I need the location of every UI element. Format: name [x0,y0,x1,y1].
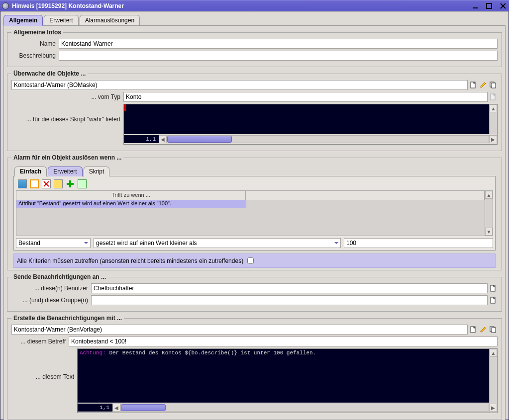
criteria-note-text: Alle Kriterien müssen zutreffen (ansonst… [17,257,243,264]
copy-icon[interactable] [489,81,498,89]
label-vom-typ: ... vom Typ [11,93,123,100]
minimize-button[interactable] [471,2,479,9]
app-icon [2,2,9,9]
svg-marker-16 [481,327,486,332]
label-text: ... diesem Text [11,348,77,380]
close-button[interactable] [499,2,507,9]
svg-rect-18 [492,328,496,333]
criteria-vscrollbar[interactable]: ▲ ▼ [485,191,493,236]
hscroll-right[interactable]: ▶ [489,135,497,143]
text-vscrollbar[interactable]: ▲ [489,349,497,403]
script-hscrollbar[interactable] [167,135,489,143]
svg-rect-1 [487,3,492,8]
template-input[interactable] [11,325,468,335]
svg-rect-12 [67,183,74,185]
sheet-icon[interactable] [78,179,87,188]
section-template: Erstelle die Benachrichtigungen mit ... … [7,315,502,420]
betreff-input[interactable] [69,336,498,346]
tab-alarmausloesungen[interactable]: Alarmauslösungen [80,15,140,26]
label-benutzer: ... diese(n) Benutzer [11,285,91,292]
maximize-button[interactable] [485,2,493,9]
delete-icon[interactable] [42,179,51,188]
main-content: Allgemeine Infos Name Beschreibung Überw… [3,25,506,420]
text-hscroll-right[interactable]: ▶ [489,404,497,412]
table-header-empty[interactable] [246,191,485,200]
criteria-row-1[interactable]: Attribut "Bestand" gesetzt wird auf eine… [16,200,246,208]
text-linecol: 1,1 [78,404,112,412]
title-bar: Hinweis [19915292] Kontostand-Warner [0,0,509,11]
legend-monitor: Überwache die Objekte ... [11,70,88,77]
hscroll-thumb[interactable] [167,136,232,143]
text-hscrollbar[interactable] [120,404,489,412]
text-hscroll-left[interactable]: ◀ [112,404,120,412]
alarm-inner-panel: Trifft zu wenn ... Attribut "Bestand" ge… [13,176,496,251]
section-ueberwache: Überwache die Objekte ... ... vom Typ ..… [7,70,502,151]
criteria-toolbar [16,178,493,190]
calendar-icon[interactable] [30,179,39,188]
criteria-condition-row: Bestand gesetzt wird auf einen Wert klei… [16,238,493,248]
inner-tab-erweitert[interactable]: Erweitert [48,167,82,176]
value-input[interactable] [344,238,493,248]
object-input[interactable] [11,80,468,90]
doc-icon[interactable] [489,284,498,293]
label-betreff: ... diesem Betreff [11,338,69,345]
text-vscroll-up[interactable]: ▲ [490,349,497,357]
section-allgemeine-infos: Allgemeine Infos Name Beschreibung [7,29,502,67]
combo-attribute[interactable]: Bestand [16,238,91,248]
text-hscroll-thumb[interactable] [121,404,166,411]
beschreibung-input[interactable] [59,51,498,61]
tab-allgemein[interactable]: Allgemein [3,15,43,26]
doc-icon[interactable] [489,296,498,305]
legend-notify: Sende Benachrichtigungen an ... [11,273,108,280]
label-name: Name [11,40,59,47]
gruppen-input[interactable] [91,295,488,305]
text-keyword: Achtung: [80,350,106,356]
legend-template: Erstelle die Benachrichtigungen mit ... [11,315,124,322]
print-icon[interactable] [54,179,63,188]
label-skript-wahr: ... für die dieses Skript "wahr" liefert [11,104,123,123]
svg-rect-7 [492,83,496,88]
script-editor[interactable]: ▲ 1,1 ◀ ▶ [123,104,498,145]
pencil-icon[interactable] [479,325,488,334]
script-linecol: 1,1 [124,135,159,143]
text-editor-content: Achtung: Der Bestand des Kontos ${bo.des… [78,349,497,357]
pencil-icon[interactable] [479,81,488,89]
grid-icon[interactable] [18,179,27,188]
doc-icon-grey[interactable] [489,92,498,101]
criteria-checkbox[interactable] [247,257,254,264]
combo-operator[interactable]: gesetzt wird auf einen Wert kleiner als [94,238,341,248]
svg-rect-0 [473,7,478,8]
legend-alarm: Alarm für ein Objekt auslösen wenn ... [11,154,123,161]
criteria-tbody: Attribut "Bestand" gesetzt wird auf eine… [16,200,485,236]
vscroll-up[interactable]: ▲ [490,104,497,112]
name-input[interactable] [59,39,498,49]
criteria-table: Trifft zu wenn ... Attribut "Bestand" ge… [16,190,493,236]
inner-tab-einfach[interactable]: Einfach [14,167,47,176]
hscroll-left[interactable]: ◀ [159,135,167,143]
text-body: Der Bestand des Kontos ${bo.describe()} … [106,350,316,356]
label-gruppen: ... (und) diese Gruppe(n) [11,297,91,304]
window-body: Allgemein Erweitert Alarmauslösungen All… [0,11,509,420]
label-beschreibung: Beschreibung [11,52,59,59]
text-editor[interactable]: Achtung: Der Bestand des Kontos ${bo.des… [77,348,498,413]
script-vscrollbar[interactable]: ▲ [489,104,497,134]
doc-icon[interactable] [469,325,478,334]
benutzer-input[interactable] [91,283,488,293]
tab-erweitert[interactable]: Erweitert [44,15,78,26]
alarm-inner-tabs: Einfach Erweitert Skript [14,166,498,176]
svg-marker-5 [481,83,486,87]
doc-icon[interactable] [469,81,478,89]
criteria-vscroll-down[interactable]: ▼ [485,228,493,236]
section-alarm: Alarm für ein Objekt auslösen wenn ... E… [7,154,502,270]
plus-icon[interactable] [66,179,75,188]
copy-icon[interactable] [489,325,498,334]
inner-tab-skript[interactable]: Skript [84,167,110,176]
typ-input[interactable] [123,92,488,102]
cursor-mark [124,104,126,111]
criteria-note-row: Alle Kriterien müssen zutreffen (ansonst… [13,253,496,268]
section-notify: Sende Benachrichtigungen an ... ... dies… [7,273,502,312]
legend-general: Allgemeine Infos [11,29,63,36]
table-header-trifft[interactable]: Trifft zu wenn ... [16,191,246,200]
criteria-vscroll-up[interactable]: ▲ [485,191,493,199]
main-tabs: Allgemein Erweitert Alarmauslösungen [3,14,506,25]
